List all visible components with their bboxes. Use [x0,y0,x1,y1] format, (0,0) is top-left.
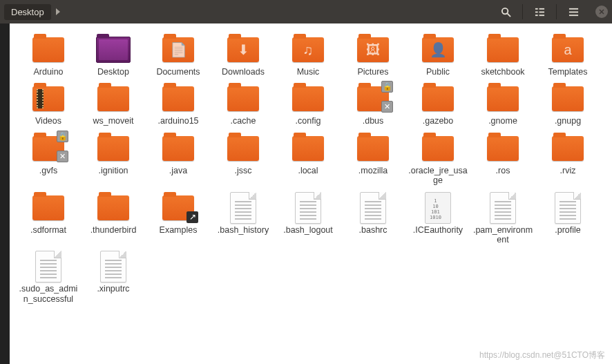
svg-rect-7 [539,15,544,16]
search-button[interactable] [496,2,515,21]
file-item[interactable]: .mozilla [341,131,405,177]
file-item[interactable]: 👤Public [406,32,470,78]
file-item[interactable]: .gnome [471,81,535,127]
svg-line-1 [507,13,510,17]
view-list-button[interactable] [530,2,549,21]
textfile-icon [355,191,391,224]
folder-icon: 📄 [160,33,196,66]
folder-icon [420,82,456,115]
file-item[interactable]: 🖼Pictures [341,32,405,78]
file-item[interactable]: .gnupg [536,81,600,127]
file-item[interactable]: .bash_logout [276,190,340,236]
folder-icon [30,33,66,66]
svg-rect-5 [539,11,544,12]
file-item[interactable]: .xinputrc [82,249,145,295]
file-label: Examples [160,225,198,235]
file-item[interactable]: .java [146,131,210,177]
svg-rect-2 [535,8,537,9]
symlink-emblem-icon: ↗ [187,211,198,223]
folder-icon [550,82,586,115]
folder-icon: 👤 [420,33,456,66]
file-item[interactable]: Arduino [17,32,80,78]
file-label: Videos [35,116,61,126]
file-item[interactable]: sketchbook [471,32,535,78]
file-item[interactable]: .local [276,131,340,177]
file-item[interactable]: .config [276,81,340,127]
separator [522,4,523,19]
textfile-icon [290,191,326,224]
breadcrumb-current[interactable]: Desktop [4,4,51,20]
textfile-icon [550,191,586,224]
file-label: Templates [548,67,588,77]
folder-icon [485,33,521,66]
file-item[interactable]: .cache [211,81,275,127]
lock-emblem-icon: 🔒 [381,81,393,93]
file-item[interactable]: .ignition [82,131,145,177]
file-item[interactable]: 🔒✕.dbus [341,81,405,127]
folder-icon [95,191,131,224]
chevron-right-icon [56,8,60,15]
folder-icon [30,191,66,224]
file-label: .java [169,166,187,175]
file-item[interactable]: .gazebo [406,81,470,127]
titlebar: Desktop [0,0,612,23]
file-label: .oracle_jre_usage [408,166,468,186]
file-item[interactable]: .profile [536,190,600,236]
file-item[interactable]: .pam_environment [471,190,535,247]
hamburger-menu-button[interactable] [564,2,583,21]
folder-icon [290,82,326,115]
file-item[interactable]: .thunderbird [82,190,145,236]
file-item[interactable]: .bash_history [211,190,275,236]
file-item[interactable]: ⬇Downloads [211,32,275,78]
file-item[interactable]: 🔒✕.gvfs [17,131,80,177]
file-item[interactable]: Videos [17,81,80,127]
watermark: https://blog.csdn.net@51CTO博客 [479,349,605,361]
window-close-button[interactable] [595,6,608,18]
file-label: .gvfs [39,166,57,175]
folder-icon [225,132,261,165]
file-label: Music [297,67,320,77]
file-label: .gnupg [555,116,581,126]
folder-icon: 🔒✕ [30,132,66,165]
textfile-icon [225,191,261,224]
file-item[interactable]: ♫Music [276,32,340,78]
file-item[interactable]: .rviz [536,131,600,177]
file-item[interactable]: Desktop [82,32,145,78]
folder-icon [225,82,261,115]
file-item[interactable]: .ros [471,131,535,177]
binfile-icon [420,191,456,224]
file-label: Arduino [33,67,63,77]
folder-video-icon [30,82,66,115]
file-label: .sdformat [30,225,66,235]
file-item[interactable]: .ICEauthority [406,190,470,236]
file-item[interactable]: 📄Documents [146,32,210,78]
file-label: .dbus [363,116,384,126]
file-item[interactable]: .bashrc [341,190,405,236]
file-label: .bashrc [359,225,388,235]
file-label: .thunderbird [90,225,137,235]
search-icon [501,7,511,17]
file-label: .local [298,166,318,175]
svg-rect-10 [568,15,577,16]
file-item[interactable]: ws_moveit [82,81,145,127]
folder-icon [355,132,391,165]
file-item[interactable]: aTemplates [536,32,600,78]
folder-icon [550,132,586,165]
file-label: .pam_environment [472,225,533,245]
lock-emblem-icon: 🔒 [57,131,68,142]
textfile-icon [485,191,521,224]
file-label: .bash_logout [283,225,333,235]
file-item[interactable]: .sudo_as_admin_successful [17,249,80,305]
file-item[interactable]: .oracle_jre_usage [406,131,470,187]
file-item[interactable]: ↗Examples [146,190,210,236]
breadcrumb: Desktop [4,4,496,20]
file-item[interactable]: .jssc [211,131,275,177]
file-label: .mozilla [358,166,388,175]
hamburger-icon [568,7,579,17]
folder-icon: ♫ [290,33,326,66]
folder-icon [95,132,131,165]
textfile-icon [30,250,66,283]
file-label: .xinputrc [97,284,129,294]
file-item[interactable]: .arduino15 [146,81,210,127]
file-item[interactable]: .sdformat [17,190,80,236]
